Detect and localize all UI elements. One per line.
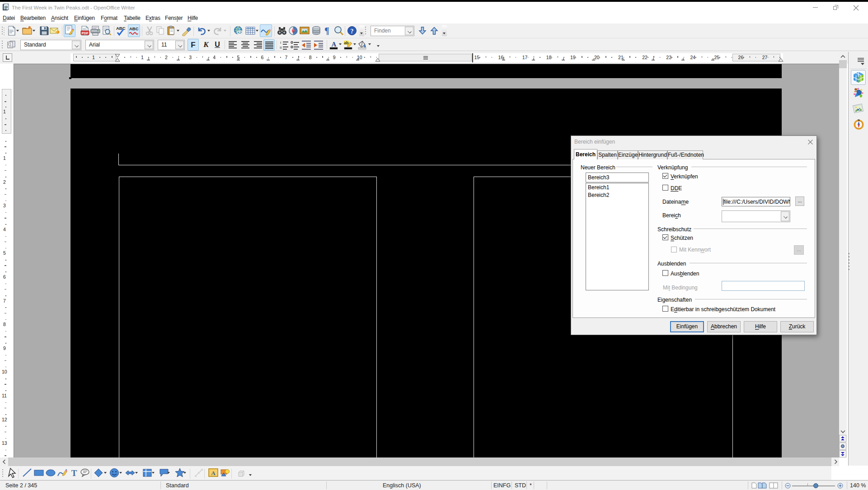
svg-text:PDF: PDF bbox=[82, 31, 89, 35]
svg-text:¶: ¶ bbox=[324, 26, 329, 36]
svg-text:A: A bbox=[211, 470, 216, 476]
svg-text:I: I bbox=[280, 41, 281, 45]
svg-text:ABC: ABC bbox=[129, 26, 139, 31]
svg-text:?: ? bbox=[351, 28, 354, 35]
svg-text:II: II bbox=[280, 46, 282, 50]
svg-text:ABC: ABC bbox=[116, 26, 126, 31]
svg-text:T: T bbox=[71, 468, 77, 478]
svg-text:N: N bbox=[858, 119, 859, 121]
svg-text:A: A bbox=[332, 41, 337, 48]
